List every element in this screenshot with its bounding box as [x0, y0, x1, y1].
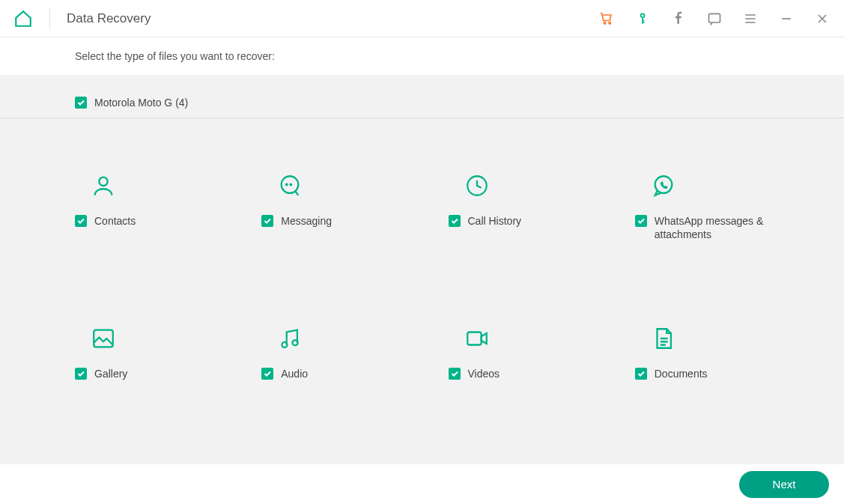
category-documents[interactable]: Documents [635, 324, 814, 380]
videos-label: Videos [468, 367, 500, 380]
category-grid: Contacts Messaging Call History [0, 118, 844, 381]
page-title: Data Recovery [67, 11, 151, 26]
contacts-checkbox[interactable] [75, 215, 87, 227]
category-videos[interactable]: Videos [449, 324, 628, 380]
facebook-icon[interactable] [670, 10, 687, 27]
device-row: Motorola Moto G (4) [0, 75, 844, 118]
svg-point-7 [291, 184, 292, 186]
documents-checkbox[interactable] [635, 368, 647, 380]
clock-icon [462, 171, 492, 201]
svg-point-9 [655, 176, 672, 193]
device-checkbox[interactable] [75, 97, 87, 109]
gallery-icon [88, 324, 118, 353]
call-history-label: Call History [468, 214, 522, 228]
videos-checkbox[interactable] [449, 368, 461, 380]
whatsapp-icon [649, 171, 678, 201]
video-icon [462, 324, 492, 353]
category-audio[interactable]: Audio [261, 324, 440, 380]
toolbar-icons [598, 10, 831, 27]
svg-rect-10 [94, 330, 113, 347]
category-call-history[interactable]: Call History [449, 171, 628, 241]
minimize-icon[interactable] [778, 10, 795, 27]
call-history-checkbox[interactable] [449, 215, 461, 227]
messaging-checkbox[interactable] [261, 215, 273, 227]
category-whatsapp[interactable]: WhatsApp messages & attachments [635, 171, 814, 241]
category-messaging[interactable]: Messaging [261, 171, 440, 241]
whatsapp-label: WhatsApp messages & attachments [655, 214, 767, 241]
category-contacts[interactable]: Contacts [75, 171, 254, 241]
messaging-label: Messaging [281, 214, 332, 228]
instruction-text: Select the type of files you want to rec… [0, 37, 844, 75]
cart-icon[interactable] [598, 10, 615, 27]
menu-icon[interactable] [742, 10, 759, 27]
svg-point-12 [293, 341, 298, 346]
titlebar: Data Recovery [0, 0, 844, 37]
messaging-icon [275, 171, 305, 201]
contacts-icon [88, 171, 118, 201]
footer: Next [0, 464, 844, 504]
main-panel: Motorola Moto G (4) Contacts Messaging [0, 75, 844, 464]
svg-point-1 [609, 22, 611, 24]
svg-rect-13 [467, 333, 481, 345]
next-button[interactable]: Next [739, 471, 829, 498]
svg-rect-3 [709, 13, 720, 22]
device-name: Motorola Moto G (4) [94, 97, 188, 109]
home-button[interactable] [13, 9, 33, 28]
svg-point-4 [99, 177, 107, 186]
audio-checkbox[interactable] [261, 368, 273, 380]
audio-label: Audio [281, 367, 308, 380]
key-icon[interactable] [634, 10, 651, 27]
close-icon[interactable] [814, 10, 831, 27]
document-icon [649, 324, 678, 353]
svg-point-11 [282, 342, 288, 347]
contacts-label: Contacts [94, 214, 136, 228]
svg-point-2 [641, 13, 645, 17]
feedback-icon[interactable] [706, 10, 723, 27]
documents-label: Documents [655, 367, 708, 380]
audio-icon [275, 324, 305, 353]
gallery-label: Gallery [94, 367, 127, 380]
svg-point-0 [604, 22, 606, 24]
whatsapp-checkbox[interactable] [635, 215, 647, 227]
separator [49, 8, 50, 29]
svg-point-6 [286, 184, 288, 186]
gallery-checkbox[interactable] [75, 368, 87, 380]
category-gallery[interactable]: Gallery [75, 324, 254, 380]
